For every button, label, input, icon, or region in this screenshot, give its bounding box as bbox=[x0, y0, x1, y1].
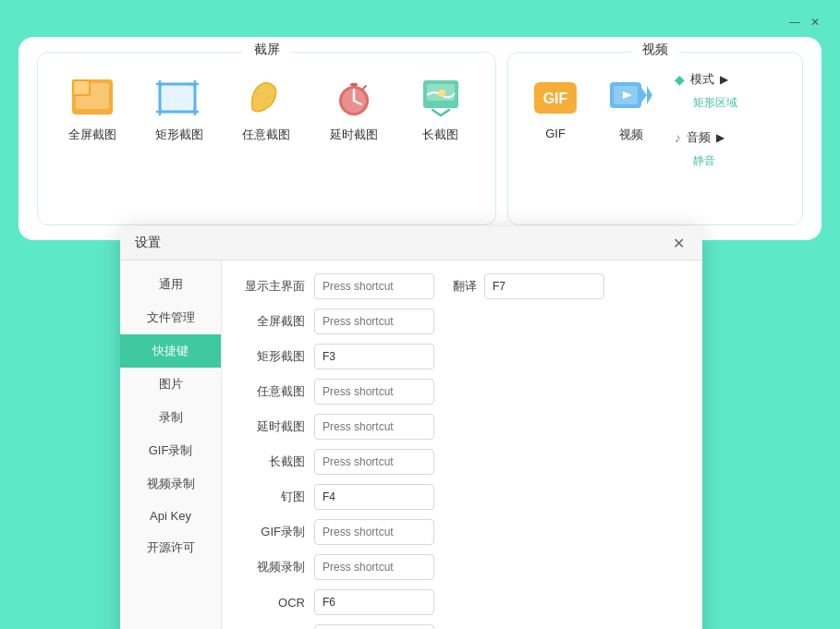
window-controls: — ✕ bbox=[788, 16, 822, 29]
timer-label: 延时截图 bbox=[330, 127, 378, 143]
settings-content: 显示主界面 翻译 全屏截图 矩形截图 任意截图 bbox=[222, 260, 702, 629]
minimize-button[interactable]: — bbox=[788, 16, 801, 29]
sidebar-item-opensource[interactable]: 开源许可 bbox=[120, 531, 221, 564]
sidebar-item-files[interactable]: 文件管理 bbox=[120, 301, 221, 334]
svg-marker-27 bbox=[641, 88, 647, 103]
shortcut-label-fullscreen: 全屏截图 bbox=[240, 313, 305, 330]
translate-input[interactable] bbox=[484, 273, 604, 299]
svg-text:GIF: GIF bbox=[543, 91, 568, 106]
shortcut-row-fullscreen: 全屏截图 bbox=[240, 308, 684, 334]
translate-label: 翻译 bbox=[453, 278, 477, 295]
shortcut-label-videorec: 视频录制 bbox=[240, 559, 305, 575]
video-label: 视频 bbox=[619, 127, 643, 143]
shortcut-row-ocr: OCR bbox=[240, 589, 684, 615]
svg-marker-26 bbox=[647, 86, 652, 104]
freehand-icon bbox=[241, 75, 291, 121]
shortcut-row-videorec: 视频录制 bbox=[240, 554, 684, 580]
shortcut-row-filelist: 文件列表 bbox=[240, 624, 684, 629]
sidebar-item-videorec[interactable]: 视频录制 bbox=[120, 467, 221, 501]
shortcut-input-videorec[interactable] bbox=[314, 554, 434, 580]
svg-line-19 bbox=[362, 86, 366, 90]
shortcut-input-pin[interactable] bbox=[314, 484, 434, 510]
shortcut-input-timer[interactable] bbox=[314, 414, 434, 440]
shortcut-label-ocr: OCR bbox=[240, 596, 305, 610]
shortcut-row-rect: 矩形截图 bbox=[240, 344, 684, 369]
close-button[interactable]: ✕ bbox=[809, 16, 822, 29]
sidebar-item-image[interactable]: 图片 bbox=[120, 368, 221, 401]
region-label: 矩形区域 bbox=[675, 95, 737, 111]
mute-label: 静音 bbox=[675, 153, 715, 169]
shortcut-row-freehand: 任意截图 bbox=[240, 379, 684, 405]
shortcut-label-gif: GIF录制 bbox=[240, 524, 305, 540]
mode-label: 模式 bbox=[690, 71, 714, 88]
gif-icon: GIF bbox=[530, 75, 580, 121]
shortcut-label-pin: 钉图 bbox=[240, 489, 305, 505]
shortcut-input-fullscreen[interactable] bbox=[314, 308, 434, 334]
shortcut-label-show-main: 显示主界面 bbox=[240, 278, 305, 295]
video-icon bbox=[606, 75, 656, 121]
timer-btn[interactable]: 延时截图 bbox=[322, 69, 386, 149]
settings-body: 通用 文件管理 快捷键 图片 录制 GIF录制 视频录制 Api Key 开源许… bbox=[120, 260, 702, 629]
capture-panel: 截屏 全屏截图 bbox=[18, 37, 822, 240]
rect-label: 矩形截图 bbox=[155, 127, 203, 143]
audio-label: 音频 bbox=[687, 129, 711, 146]
svg-rect-3 bbox=[74, 81, 89, 94]
shortcut-label-rect: 矩形截图 bbox=[240, 348, 305, 365]
settings-sidebar: 通用 文件管理 快捷键 图片 录制 GIF录制 视频录制 Api Key 开源许… bbox=[120, 260, 222, 629]
top-bar: — ✕ bbox=[0, 0, 840, 37]
sidebar-item-general[interactable]: 通用 bbox=[120, 268, 221, 301]
audio-row: ♪ 音频 ▶ bbox=[675, 127, 787, 148]
shortcut-label-timer: 延时截图 bbox=[240, 418, 305, 435]
fullscreen-btn[interactable]: 全屏截图 bbox=[60, 69, 125, 149]
rect-btn[interactable]: 矩形截图 bbox=[147, 69, 212, 149]
svg-rect-5 bbox=[160, 84, 195, 112]
screenshot-section-title: 截屏 bbox=[243, 42, 291, 58]
shortcut-row-timer: 延时截图 bbox=[240, 414, 684, 440]
shortcut-label-freehand: 任意截图 bbox=[240, 383, 305, 400]
translate-row: 翻译 bbox=[453, 273, 684, 299]
music-icon: ♪ bbox=[675, 130, 681, 145]
capture-buttons: 全屏截图 矩形 bbox=[53, 69, 481, 149]
svg-point-22 bbox=[438, 90, 445, 97]
rect-icon bbox=[154, 75, 204, 121]
mute-row: 静音 bbox=[675, 151, 787, 171]
settings-title: 设置 bbox=[135, 235, 161, 251]
video-left: GIF GIF 视频 bbox=[523, 69, 663, 210]
gif-label: GIF bbox=[545, 127, 566, 140]
freehand-label: 任意截图 bbox=[242, 127, 290, 143]
sidebar-item-gif[interactable]: GIF录制 bbox=[120, 434, 221, 467]
diamond-icon: ◆ bbox=[675, 72, 685, 87]
video-btn[interactable]: 视频 bbox=[599, 69, 663, 149]
settings-dialog: 设置 ✕ 通用 文件管理 快捷键 图片 录制 GIF录制 视频录制 Api Ke… bbox=[120, 226, 702, 629]
video-right: ◆ 模式 ▶ 矩形区域 ♪ 音频 ▶ 静音 bbox=[675, 69, 787, 210]
shortcut-input-ocr[interactable] bbox=[314, 589, 434, 615]
long-btn[interactable]: 长截图 bbox=[408, 69, 473, 149]
long-label: 长截图 bbox=[422, 127, 458, 143]
gif-btn[interactable]: GIF GIF bbox=[523, 69, 588, 146]
shortcut-row-show-main: 显示主界面 翻译 bbox=[240, 273, 684, 299]
shortcut-input-rect[interactable] bbox=[314, 344, 434, 369]
settings-close-button[interactable]: ✕ bbox=[669, 234, 688, 252]
shortcut-input-gif[interactable] bbox=[314, 519, 434, 545]
screenshot-section: 截屏 全屏截图 bbox=[37, 52, 496, 225]
svg-rect-18 bbox=[350, 83, 358, 86]
fullscreen-icon bbox=[67, 75, 117, 121]
long-icon bbox=[416, 75, 466, 121]
freehand-btn[interactable]: 任意截图 bbox=[234, 69, 298, 149]
fullscreen-label: 全屏截图 bbox=[68, 127, 116, 143]
mode-row: ◆ 模式 ▶ bbox=[675, 69, 787, 90]
sidebar-item-shortcuts[interactable]: 快捷键 bbox=[120, 334, 221, 368]
shortcut-input-freehand[interactable] bbox=[314, 379, 434, 405]
video-section: 视频 GIF GIF bbox=[507, 52, 803, 225]
timer-icon bbox=[329, 75, 379, 121]
audio-arrow-icon[interactable]: ▶ bbox=[716, 131, 724, 144]
shortcut-input-long[interactable] bbox=[314, 449, 434, 475]
sidebar-item-apikey[interactable]: Api Key bbox=[120, 501, 221, 531]
mode-arrow-icon[interactable]: ▶ bbox=[720, 73, 728, 86]
shortcut-label-long: 长截图 bbox=[240, 454, 305, 470]
shortcut-input-show-main[interactable] bbox=[314, 273, 434, 299]
shortcut-input-filelist[interactable] bbox=[314, 624, 434, 629]
shortcut-row-gif: GIF录制 bbox=[240, 519, 684, 545]
sidebar-item-record[interactable]: 录制 bbox=[120, 401, 221, 434]
settings-header: 设置 ✕ bbox=[120, 226, 702, 260]
